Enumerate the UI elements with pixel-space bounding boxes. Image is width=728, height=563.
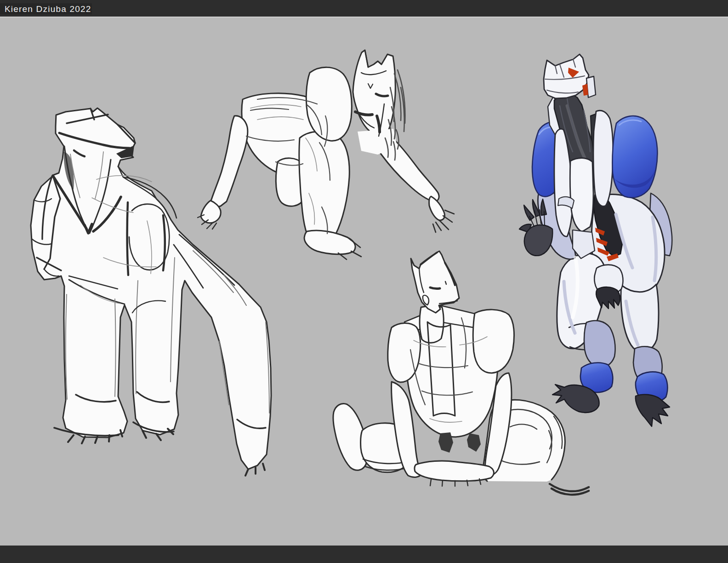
svg-text:Kieren Dziuba 2022: Kieren Dziuba 2022: [5, 4, 91, 14]
